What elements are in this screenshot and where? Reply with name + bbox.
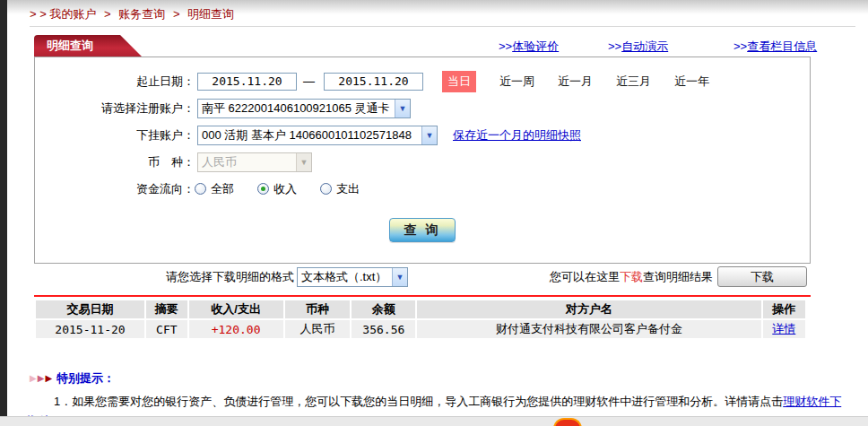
cell-amount: +120.00 <box>189 320 283 338</box>
download-format-select[interactable]: 文本格式（.txt） ▼ <box>297 267 408 287</box>
cell-counterparty: 财付通支付科技有限公司客户备付金 <box>417 320 760 338</box>
flow-radio-expense-label: 支出 <box>336 181 360 197</box>
breadcrumb: > > 我的账户 > 账务查询 > 明细查询 <box>30 6 234 22</box>
quick-range-week[interactable]: 近一周 <box>499 74 534 90</box>
flow-radio-expense[interactable]: 支出 <box>320 181 360 197</box>
detail-link[interactable]: 详情 <box>772 322 795 335</box>
currency-select: 人民币 ▼ <box>197 152 312 172</box>
radio-checked-icon <box>257 183 269 195</box>
special-notice-title: 特别提示： <box>56 370 115 387</box>
table-top-divider <box>34 295 811 297</box>
date-from-input[interactable] <box>197 73 297 91</box>
breadcrumb-separator: > <box>104 7 111 21</box>
register-account-row: 请选择注册账户： 南平 6222001406100921065 灵通卡 ▼ <box>35 98 810 118</box>
triple-arrow-icon: ▶▶▶ <box>30 373 53 383</box>
download-button[interactable]: 下载 <box>717 266 807 287</box>
col-header-counterparty: 对方户名 <box>417 300 760 318</box>
col-header-action: 操作 <box>763 300 805 318</box>
chevron-down-icon: ▼ <box>296 153 311 171</box>
date-to-input[interactable] <box>324 73 423 91</box>
cell-date: 2015-11-20 <box>36 320 144 338</box>
breadcrumb-item-account-query[interactable]: 账务查询 <box>118 7 165 21</box>
download-hint-group: 您可以在这里下载查询明细结果 下载 <box>550 266 807 287</box>
date-separator: — <box>303 74 315 88</box>
date-range-row: 起止日期： — 当日 近一周 近一月 近三月 近一年 <box>35 71 810 91</box>
quick-range-month[interactable]: 近一月 <box>558 74 593 90</box>
transaction-table: 交易日期 摘要 收入/支出 币种 余额 对方户名 操作 2015-11-20 C… <box>34 299 807 340</box>
sub-account-label: 下挂账户： <box>35 127 195 143</box>
download-format-value: 文本格式（.txt） <box>298 269 392 285</box>
query-form-panel: 起止日期： — 当日 近一周 近一月 近三月 近一年 请选择注册账户： 南平 6… <box>34 57 811 264</box>
download-row: 请您选择下载明细的格式 文本格式（.txt） ▼ 您可以在这里下载查询明细结果 … <box>34 266 811 287</box>
sub-account-value: 000 活期 基本户 1406600101102571848 <box>198 127 421 143</box>
quick-range-year[interactable]: 近一年 <box>674 74 709 90</box>
page: > > 我的账户 > 账务查询 > 明细查询 明细查询 >>体验评价 >>自动演… <box>0 0 868 426</box>
query-button-row: 查 询 <box>35 218 810 242</box>
link-prefix: >> <box>499 39 512 53</box>
bottom-gray-bar <box>0 416 868 426</box>
link-view-column-info[interactable]: >>查看栏目信息 <box>733 39 817 55</box>
register-account-label: 请选择注册账户： <box>35 100 195 117</box>
radio-icon <box>195 183 206 195</box>
query-button[interactable]: 查 询 <box>389 218 456 242</box>
currency-row: 币 种： 人民币 ▼ <box>35 152 810 172</box>
link-prefix: >> <box>733 39 747 53</box>
download-hint-pre: 您可以在这里 <box>550 269 620 285</box>
cell-balance: 356.56 <box>352 320 415 338</box>
cell-currency: 人民币 <box>285 320 351 338</box>
col-header-summary: 摘要 <box>146 300 187 318</box>
col-header-balance: 余额 <box>352 300 415 318</box>
download-format-label: 请您选择下载明细的格式 <box>166 269 294 285</box>
quick-range-quarter[interactable]: 近三月 <box>616 74 651 90</box>
notice-body: 1．如果您需要对您的银行资产、负债进行管理，您可以下载您的当日明细，导入工商银行… <box>54 395 783 408</box>
quick-range-today[interactable]: 当日 <box>442 71 476 92</box>
register-account-select[interactable]: 南平 6222001406100921065 灵通卡 ▼ <box>197 99 411 118</box>
download-hint-post: 查询明细结果 <box>643 269 713 285</box>
link-prefix: >> <box>608 39 621 53</box>
chevron-down-icon: ▼ <box>395 100 410 117</box>
flow-radio-income[interactable]: 收入 <box>257 181 297 197</box>
radio-icon <box>320 183 332 195</box>
currency-label: 币 种： <box>35 154 195 170</box>
chevron-down-icon: ▼ <box>421 126 437 144</box>
breadcrumb-divider <box>30 26 855 27</box>
fund-flow-row: 资金流向： 全部 收入 支出 <box>35 178 810 199</box>
date-range-label: 起止日期： <box>35 74 195 90</box>
flow-radio-all[interactable]: 全部 <box>195 181 234 197</box>
link-experience-review[interactable]: >>体验评价 <box>499 39 559 55</box>
download-hint-emphasis: 下载 <box>620 269 643 285</box>
fund-flow-label: 资金流向： <box>35 181 195 197</box>
col-header-currency: 币种 <box>285 300 351 318</box>
breadcrumb-item-detail-query[interactable]: 明细查询 <box>187 7 234 21</box>
breadcrumb-prefix: > > <box>30 7 47 21</box>
chevron-down-icon: ▼ <box>392 268 407 286</box>
col-header-date: 交易日期 <box>36 300 144 318</box>
left-edge-strip <box>0 0 7 416</box>
flow-radio-income-label: 收入 <box>273 181 297 197</box>
link-auto-demo[interactable]: >>自动演示 <box>608 39 668 55</box>
tab-detail-query[interactable]: 明细查询 <box>34 35 142 57</box>
register-account-value: 南平 6222001406100921065 灵通卡 <box>198 100 395 117</box>
sub-account-select[interactable]: 000 活期 基本户 1406600101102571848 ▼ <box>197 126 438 145</box>
sub-account-row: 下挂账户： 000 活期 基本户 1406600101102571848 ▼ 保… <box>35 125 810 145</box>
breadcrumb-separator: > <box>173 7 180 21</box>
col-header-amount: 收入/支出 <box>189 300 283 318</box>
save-monthly-snapshot-link[interactable]: 保存近一个月的明细快照 <box>453 127 581 143</box>
link-label: 查看栏目信息 <box>747 39 817 53</box>
link-label: 体验评价 <box>512 39 559 53</box>
table-row: 2015-11-20 CFT +120.00 人民币 356.56 财付通支付科… <box>36 320 805 338</box>
quick-range-group: 当日 近一周 近一月 近三月 近一年 <box>442 71 709 92</box>
cell-summary: CFT <box>146 320 187 338</box>
link-label: 自动演示 <box>621 39 668 53</box>
breadcrumb-item-my-account[interactable]: 我的账户 <box>49 7 96 21</box>
table-header-row: 交易日期 摘要 收入/支出 币种 余额 对方户名 操作 <box>36 300 805 318</box>
flow-radio-all-label: 全部 <box>211 181 234 197</box>
currency-value: 人民币 <box>198 154 296 170</box>
